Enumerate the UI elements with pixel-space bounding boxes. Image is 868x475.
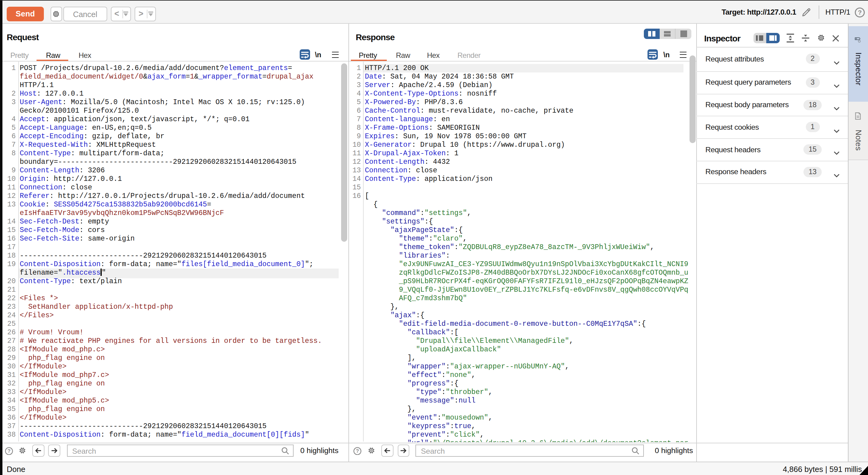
svg-text:?: ?: [858, 8, 862, 15]
svg-text:?: ?: [356, 448, 359, 453]
svg-text:?: ?: [7, 448, 10, 453]
